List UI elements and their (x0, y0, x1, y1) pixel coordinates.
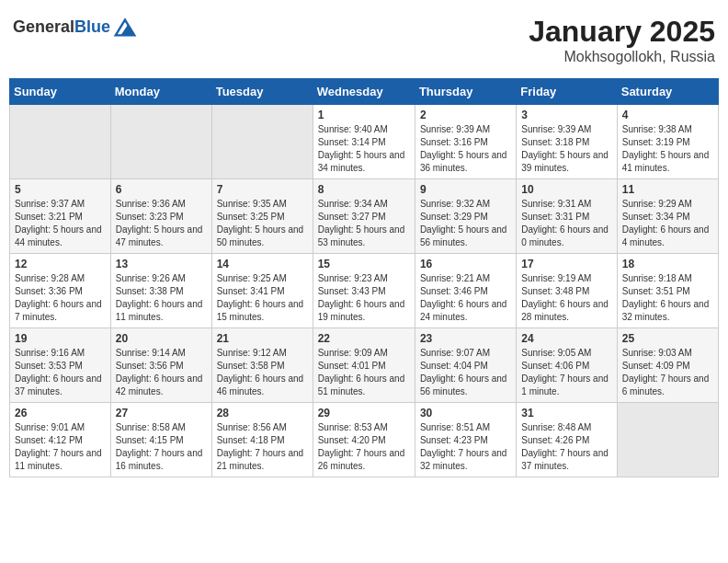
calendar-week-row: 5Sunrise: 9:37 AM Sunset: 3:21 PM Daylig… (10, 179, 719, 254)
day-number: 16 (420, 258, 511, 270)
calendar-day-header: Tuesday (211, 79, 313, 105)
day-number: 11 (622, 183, 713, 196)
day-info: Sunrise: 8:56 AM Sunset: 4:18 PM Dayligh… (217, 421, 308, 473)
day-info: Sunrise: 9:26 AM Sunset: 3:38 PM Dayligh… (116, 272, 207, 324)
day-info: Sunrise: 9:32 AM Sunset: 3:29 PM Dayligh… (420, 198, 511, 249)
page-header: GeneralBlue January 2025 Mokhsogollokh, … (9, 9, 719, 71)
calendar-cell: 17Sunrise: 9:19 AM Sunset: 3:48 PM Dayli… (517, 254, 617, 328)
day-number: 17 (521, 258, 611, 270)
day-info: Sunrise: 9:37 AM Sunset: 3:21 PM Dayligh… (15, 198, 106, 249)
calendar-day-header: Thursday (415, 79, 516, 105)
calendar-day-header: Sunday (10, 79, 111, 105)
calendar-cell (211, 105, 313, 179)
calendar-cell: 20Sunrise: 9:14 AM Sunset: 3:56 PM Dayli… (110, 328, 211, 403)
calendar-cell: 5Sunrise: 9:37 AM Sunset: 3:21 PM Daylig… (10, 179, 111, 254)
calendar-cell: 23Sunrise: 9:07 AM Sunset: 4:04 PM Dayli… (415, 328, 516, 403)
logo-general-text: General (13, 17, 74, 36)
location-title: Mokhsogollokh, Russia (529, 49, 715, 65)
day-info: Sunrise: 9:38 AM Sunset: 3:19 PM Dayligh… (622, 123, 713, 175)
calendar-cell: 8Sunrise: 9:34 AM Sunset: 3:27 PM Daylig… (313, 179, 415, 254)
day-info: Sunrise: 8:48 AM Sunset: 4:26 PM Dayligh… (521, 421, 611, 473)
calendar-cell: 12Sunrise: 9:28 AM Sunset: 3:36 PM Dayli… (10, 254, 111, 328)
calendar-week-row: 12Sunrise: 9:28 AM Sunset: 3:36 PM Dayli… (10, 254, 719, 328)
calendar-cell: 19Sunrise: 9:16 AM Sunset: 3:53 PM Dayli… (10, 328, 111, 403)
calendar-cell: 3Sunrise: 9:39 AM Sunset: 3:18 PM Daylig… (517, 105, 617, 179)
calendar-day-header: Monday (110, 79, 211, 105)
day-number: 1 (318, 109, 410, 121)
logo-blue-text: Blue (74, 17, 110, 36)
calendar-cell: 18Sunrise: 9:18 AM Sunset: 3:51 PM Dayli… (617, 254, 718, 328)
calendar-cell: 21Sunrise: 9:12 AM Sunset: 3:58 PM Dayli… (211, 328, 313, 403)
day-info: Sunrise: 9:28 AM Sunset: 3:36 PM Dayligh… (15, 272, 106, 324)
calendar-week-row: 26Sunrise: 9:01 AM Sunset: 4:12 PM Dayli… (10, 403, 719, 477)
day-number: 5 (15, 183, 106, 196)
day-number: 31 (521, 407, 611, 419)
day-number: 23 (420, 332, 511, 345)
calendar-day-header: Wednesday (313, 79, 415, 105)
day-info: Sunrise: 9:19 AM Sunset: 3:48 PM Dayligh… (521, 272, 611, 324)
day-info: Sunrise: 9:35 AM Sunset: 3:25 PM Dayligh… (217, 198, 308, 249)
day-info: Sunrise: 9:25 AM Sunset: 3:41 PM Dayligh… (217, 272, 308, 324)
calendar-cell: 13Sunrise: 9:26 AM Sunset: 3:38 PM Dayli… (110, 254, 211, 328)
day-number: 15 (318, 258, 410, 270)
day-info: Sunrise: 8:53 AM Sunset: 4:20 PM Dayligh… (318, 421, 410, 473)
day-number: 19 (15, 332, 106, 345)
day-info: Sunrise: 9:39 AM Sunset: 3:18 PM Dayligh… (521, 123, 611, 175)
month-title: January 2025 (529, 15, 715, 49)
day-info: Sunrise: 9:09 AM Sunset: 4:01 PM Dayligh… (318, 347, 410, 398)
calendar-cell: 26Sunrise: 9:01 AM Sunset: 4:12 PM Dayli… (10, 403, 111, 477)
day-info: Sunrise: 9:31 AM Sunset: 3:31 PM Dayligh… (521, 198, 611, 249)
logo: GeneralBlue (13, 15, 138, 40)
calendar-cell: 24Sunrise: 9:05 AM Sunset: 4:06 PM Dayli… (517, 328, 617, 403)
calendar-cell: 25Sunrise: 9:03 AM Sunset: 4:09 PM Dayli… (617, 328, 718, 403)
day-info: Sunrise: 9:21 AM Sunset: 3:46 PM Dayligh… (420, 272, 511, 324)
day-info: Sunrise: 9:18 AM Sunset: 3:51 PM Dayligh… (622, 272, 713, 324)
day-number: 13 (116, 258, 207, 270)
day-info: Sunrise: 9:01 AM Sunset: 4:12 PM Dayligh… (15, 421, 106, 473)
day-number: 24 (521, 332, 611, 345)
day-number: 22 (318, 332, 410, 345)
logo-icon (112, 15, 138, 40)
calendar-cell: 22Sunrise: 9:09 AM Sunset: 4:01 PM Dayli… (313, 328, 415, 403)
calendar-cell: 15Sunrise: 9:23 AM Sunset: 3:43 PM Dayli… (313, 254, 415, 328)
calendar-cell: 1Sunrise: 9:40 AM Sunset: 3:14 PM Daylig… (313, 105, 415, 179)
day-number: 7 (217, 183, 308, 196)
day-info: Sunrise: 9:39 AM Sunset: 3:16 PM Dayligh… (420, 123, 511, 175)
day-number: 27 (116, 407, 207, 419)
day-number: 28 (217, 407, 308, 419)
day-number: 21 (217, 332, 308, 345)
calendar-week-row: 19Sunrise: 9:16 AM Sunset: 3:53 PM Dayli… (10, 328, 719, 403)
day-number: 25 (622, 332, 713, 345)
day-info: Sunrise: 9:16 AM Sunset: 3:53 PM Dayligh… (15, 347, 106, 398)
day-info: Sunrise: 8:58 AM Sunset: 4:15 PM Dayligh… (116, 421, 207, 473)
day-number: 9 (420, 183, 511, 196)
calendar-week-row: 1Sunrise: 9:40 AM Sunset: 3:14 PM Daylig… (10, 105, 719, 179)
calendar-cell (10, 105, 111, 179)
calendar-cell: 2Sunrise: 9:39 AM Sunset: 3:16 PM Daylig… (415, 105, 516, 179)
calendar-cell: 30Sunrise: 8:51 AM Sunset: 4:23 PM Dayli… (415, 403, 516, 477)
calendar-cell: 14Sunrise: 9:25 AM Sunset: 3:41 PM Dayli… (211, 254, 313, 328)
day-number: 14 (217, 258, 308, 270)
day-info: Sunrise: 9:12 AM Sunset: 3:58 PM Dayligh… (217, 347, 308, 398)
day-number: 4 (622, 109, 713, 121)
calendar-cell: 27Sunrise: 8:58 AM Sunset: 4:15 PM Dayli… (110, 403, 211, 477)
day-number: 10 (521, 183, 611, 196)
day-number: 3 (521, 109, 611, 121)
calendar-table: SundayMondayTuesdayWednesdayThursdayFrid… (9, 78, 719, 477)
day-info: Sunrise: 8:51 AM Sunset: 4:23 PM Dayligh… (420, 421, 511, 473)
day-number: 8 (318, 183, 410, 196)
day-info: Sunrise: 9:23 AM Sunset: 3:43 PM Dayligh… (318, 272, 410, 324)
day-number: 26 (15, 407, 106, 419)
day-number: 2 (420, 109, 511, 121)
day-info: Sunrise: 9:34 AM Sunset: 3:27 PM Dayligh… (318, 198, 410, 249)
calendar-day-header: Friday (517, 79, 617, 105)
day-number: 30 (420, 407, 511, 419)
day-info: Sunrise: 9:40 AM Sunset: 3:14 PM Dayligh… (318, 123, 410, 175)
calendar-cell (110, 105, 211, 179)
calendar-header-row: SundayMondayTuesdayWednesdayThursdayFrid… (10, 79, 719, 105)
day-info: Sunrise: 9:36 AM Sunset: 3:23 PM Dayligh… (116, 198, 207, 249)
day-info: Sunrise: 9:05 AM Sunset: 4:06 PM Dayligh… (521, 347, 611, 398)
calendar-cell: 31Sunrise: 8:48 AM Sunset: 4:26 PM Dayli… (517, 403, 617, 477)
calendar-cell: 7Sunrise: 9:35 AM Sunset: 3:25 PM Daylig… (211, 179, 313, 254)
calendar-cell: 16Sunrise: 9:21 AM Sunset: 3:46 PM Dayli… (415, 254, 516, 328)
